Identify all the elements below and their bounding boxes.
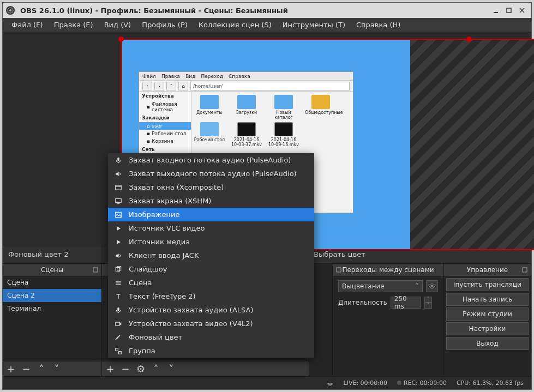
close-button[interactable] [516, 4, 528, 16]
scene-item[interactable]: Терминал [3, 302, 101, 315]
menu-scene-collection[interactable]: Коллекция сцен (S) [193, 19, 277, 31]
maximize-button[interactable] [503, 4, 515, 16]
svg-rect-26 [119, 351, 122, 354]
context-menu-item[interactable]: Захват экрана (XSHM) [108, 194, 314, 208]
svg-rect-25 [116, 348, 118, 351]
control-button[interactable]: Режим студии [446, 307, 529, 321]
scene-item[interactable]: Сцена [3, 276, 101, 289]
svg-point-9 [431, 286, 433, 287]
spk-icon [113, 251, 123, 261]
svg-rect-15 [116, 198, 122, 202]
menu-profile[interactable]: Профиль (P) [136, 19, 193, 31]
spin-up-button[interactable]: ˄ [424, 297, 432, 303]
context-menu-item[interactable]: Текст (FreeType 2) [108, 290, 314, 303]
context-menu-item[interactable]: Захват входного потока аудио (PulseAudio… [108, 153, 314, 167]
win-icon [113, 183, 123, 192]
mic-icon [113, 305, 123, 315]
menu-view[interactable]: Вид (V) [99, 19, 137, 31]
duration-label: Длительность [338, 299, 387, 306]
duration-input[interactable]: 250 ms [391, 297, 421, 309]
svg-rect-13 [116, 185, 122, 189]
source-up-button[interactable]: ˄ [151, 363, 161, 375]
mic-icon [113, 155, 123, 165]
scene-down-button[interactable]: ˅ [52, 363, 62, 375]
group-icon [113, 346, 123, 356]
popout-icon[interactable] [521, 266, 529, 274]
obs-logo-icon [6, 6, 15, 15]
context-menu-item[interactable]: Клиент ввода JACK [108, 249, 314, 262]
svg-rect-3 [507, 8, 511, 13]
control-button[interactable]: Начать запись [446, 293, 529, 306]
popout-icon[interactable] [335, 266, 343, 274]
play-icon [113, 237, 123, 247]
controls-dock: Управление іпустить трансляциНачать запи… [444, 264, 531, 376]
mon-icon [113, 196, 123, 206]
menu-tools[interactable]: Инструменты (T) [277, 19, 351, 31]
cpu-status: CPU: 61.3%, 20.63 fps [457, 379, 524, 387]
svg-rect-19 [117, 266, 121, 270]
scene-icon [113, 278, 123, 288]
rec-dot-icon [397, 381, 401, 385]
context-menu-item[interactable]: Источник медиа [108, 235, 314, 249]
resize-handle[interactable] [118, 37, 124, 42]
svg-rect-12 [117, 157, 119, 160]
window-title: OBS 26.1.0 (linux) - Профиль: Безымянный… [20, 7, 288, 15]
add-source-menu: Захват входного потока аудио (PulseAudio… [108, 153, 314, 358]
scene-item[interactable]: Сцена 2 [3, 289, 101, 302]
menu-help[interactable]: Справка (H) [351, 19, 406, 31]
context-menu-item[interactable]: Устройство захвата аудио (ALSA) [108, 303, 314, 317]
svg-point-11 [329, 385, 331, 386]
titlebar: OBS 26.1.0 (linux) - Профиль: Безымянный… [3, 3, 531, 18]
svg-point-1 [9, 9, 11, 11]
dock-title: Сцены [41, 266, 63, 274]
svg-rect-24 [116, 322, 120, 325]
context-menu-item[interactable]: Источник VLC видео [108, 221, 314, 235]
context-menu-item[interactable]: Изображение [108, 208, 314, 221]
context-menu-item[interactable]: Группа [108, 344, 314, 358]
transition-select[interactable]: Выцветание˅ [338, 280, 423, 292]
brush-icon [113, 333, 123, 342]
svg-rect-6 [93, 268, 98, 272]
transition-settings-button[interactable] [426, 280, 438, 292]
cam-icon [113, 319, 123, 329]
source-down-button[interactable]: ˅ [166, 363, 176, 375]
context-menu-item[interactable]: Фоновый цвет [108, 330, 314, 344]
control-button[interactable]: Настройки [446, 322, 529, 335]
scene-list[interactable]: СценаСцена 2Терминал [3, 276, 101, 361]
add-source-button[interactable]: + [105, 363, 115, 375]
menu-file[interactable]: Файл (F) [6, 19, 49, 31]
svg-rect-10 [523, 268, 527, 272]
context-menu-item[interactable]: Слайдшоу [108, 262, 314, 276]
broadcast-icon [326, 379, 334, 387]
context-menu-item[interactable]: Сцена [108, 276, 314, 290]
scenes-dock: Сцены СценаСцена 2Терминал + − ˄ ˅ [3, 264, 102, 376]
rec-status: REC: 00:00:00 [404, 379, 447, 387]
status-bar: LIVE: 00:00:00 REC: 00:00:00 CPU: 61.3%,… [3, 376, 531, 389]
menubar: Файл (F) Правка (E) Вид (V) Профиль (P) … [3, 18, 531, 32]
context-menu-item[interactable]: Устройство захвата видео (V4L2) [108, 317, 314, 330]
live-status: LIVE: 00:00:00 [344, 379, 387, 387]
remove-scene-button[interactable]: − [21, 363, 31, 375]
property-label: Фоновый цвет 2 [3, 245, 101, 263]
svg-rect-23 [117, 307, 119, 310]
dock-title: Переходы между сценами [342, 266, 434, 274]
transitions-dock: Переходы между сценами Выцветание˅ Длите… [333, 264, 444, 376]
spin-down-button[interactable]: ˅ [424, 303, 432, 309]
scene-up-button[interactable]: ˄ [37, 363, 46, 375]
popout-icon[interactable] [92, 266, 99, 274]
text-icon [113, 292, 123, 301]
menu-edit[interactable]: Правка (E) [49, 19, 99, 31]
dock-title: Управление [467, 266, 508, 274]
remove-source-button[interactable]: − [121, 363, 130, 375]
control-button[interactable]: іпустить трансляци [446, 278, 529, 291]
context-menu-item[interactable]: Захват окна (Xcomposite) [108, 180, 314, 194]
context-menu-item[interactable]: Захват выходного потока аудио (PulseAudi… [108, 167, 314, 180]
spk-icon [113, 169, 123, 179]
resize-handle[interactable] [466, 37, 472, 42]
source-props-button[interactable]: ⚙ [136, 363, 146, 375]
img-icon [113, 210, 123, 220]
add-scene-button[interactable]: + [6, 363, 16, 375]
minimize-button[interactable] [490, 4, 502, 16]
control-button[interactable]: Выход [446, 337, 529, 350]
play-icon [113, 224, 123, 233]
